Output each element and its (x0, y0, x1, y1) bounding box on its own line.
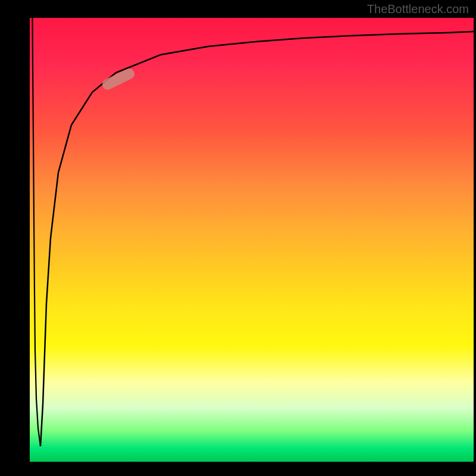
svg-rect-0 (101, 67, 136, 92)
highlight-segment (101, 67, 136, 92)
bottleneck-curve-descent (33, 18, 41, 446)
watermark-text: TheBottleneck.com (367, 2, 469, 16)
chart-svg (30, 18, 474, 462)
chart-plot-area (30, 18, 474, 462)
bottleneck-curve (40, 32, 474, 446)
